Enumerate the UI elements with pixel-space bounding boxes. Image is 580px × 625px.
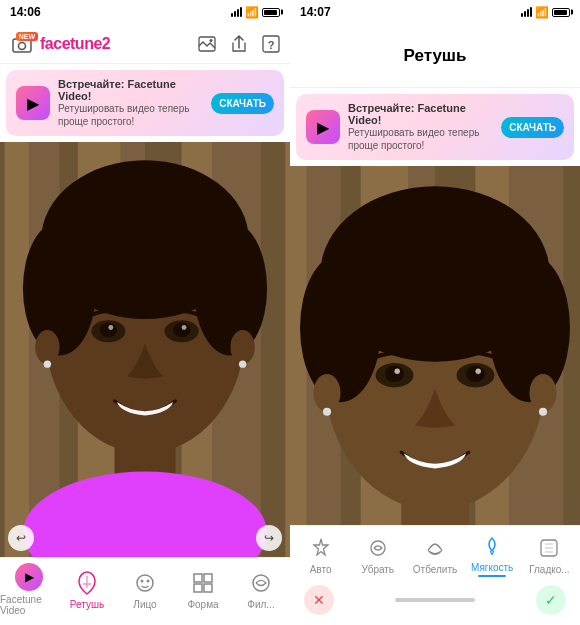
logo: facetune2 xyxy=(40,35,110,53)
svg-point-58 xyxy=(489,254,570,403)
banner-icon-left: ▶ xyxy=(16,86,50,120)
svg-rect-40 xyxy=(194,584,202,592)
svg-point-68 xyxy=(530,374,557,412)
svg-point-34 xyxy=(239,360,246,367)
tool-label-softness: Мягкость xyxy=(471,562,513,573)
camera-button[interactable]: NEW xyxy=(8,30,36,58)
new-badge: NEW xyxy=(16,32,38,41)
svg-point-63 xyxy=(385,366,404,382)
svg-point-64 xyxy=(466,366,485,382)
help-icon[interactable]: ? xyxy=(260,33,282,55)
svg-rect-9 xyxy=(5,142,29,557)
cancel-button[interactable]: ✕ xyxy=(304,585,334,615)
photo-controls-left: ↩ ↪ xyxy=(0,525,290,551)
right-title-bar: Ретушь xyxy=(290,24,580,88)
whiten-icon xyxy=(421,534,449,562)
status-bar-right: 14:07 📶 xyxy=(290,0,580,24)
banner-right: ▶ Встречайте: Facetune Video! Ретуширова… xyxy=(296,94,574,160)
svg-point-69 xyxy=(323,408,331,416)
signal-icon xyxy=(231,7,242,17)
banner-title-right: Встречайте: Facetune Video! xyxy=(348,102,493,126)
left-panel: 14:06 📶 NEW face xyxy=(0,0,290,625)
top-nav-right-group: ? xyxy=(196,33,282,55)
banner-left: ▶ Встречайте: Facetune Video! Ретуширова… xyxy=(6,70,284,136)
banner-title-left: Встречайте: Facetune Video! xyxy=(58,78,203,102)
svg-point-67 xyxy=(314,374,341,412)
svg-point-29 xyxy=(108,325,113,330)
banner-subtitle-right: Ретушировать видео теперь проще простого… xyxy=(348,126,493,152)
smooth-icon xyxy=(535,534,563,562)
tool-softness[interactable]: Мягкость xyxy=(464,532,521,577)
svg-point-27 xyxy=(100,323,117,338)
image-icon[interactable] xyxy=(196,33,218,55)
nav-item-facetune-video[interactable]: ▶ Facetune Video xyxy=(0,563,58,620)
svg-point-66 xyxy=(476,369,481,374)
banner-btn-left[interactable]: СКАЧАТЬ xyxy=(211,93,274,114)
banner-btn-right[interactable]: СКАЧАТЬ xyxy=(501,117,564,138)
svg-rect-17 xyxy=(261,142,285,557)
time-left: 14:06 xyxy=(10,5,41,19)
tool-label-whiten: Отбелить xyxy=(413,564,457,575)
svg-point-21 xyxy=(23,221,96,355)
status-icons-left: 📶 xyxy=(231,6,280,19)
svg-point-33 xyxy=(44,360,51,367)
tool-label-remove: Убрать xyxy=(362,564,395,575)
svg-point-57 xyxy=(300,254,381,403)
nav-item-filter[interactable]: Фил... xyxy=(232,570,290,614)
svg-point-35 xyxy=(137,575,153,591)
svg-point-1 xyxy=(19,42,26,49)
nav-label-filter: Фил... xyxy=(247,599,274,610)
svg-point-4 xyxy=(210,39,213,42)
bottom-nav-left: ▶ Facetune Video Ретушь Л xyxy=(0,557,290,625)
nav-label-retouch: Ретушь xyxy=(70,599,104,610)
confirm-button[interactable]: ✓ xyxy=(536,585,566,615)
signal-icon-right xyxy=(521,7,532,17)
tools-row: Авто Убрать xyxy=(290,525,580,579)
tool-smooth[interactable]: Гладко... xyxy=(521,534,578,575)
svg-text:?: ? xyxy=(268,39,275,51)
right-title: Ретушь xyxy=(404,46,467,66)
redo-button-left[interactable]: ↪ xyxy=(256,525,282,551)
right-tools: Авто Убрать xyxy=(290,525,580,625)
tool-remove[interactable]: Убрать xyxy=(349,534,406,575)
home-indicator xyxy=(395,598,475,602)
banner-text-left: Встречайте: Facetune Video! Ретушировать… xyxy=(58,78,203,128)
nav-label-facetune-video: Facetune Video xyxy=(0,594,58,616)
nav-item-shape[interactable]: Форма xyxy=(174,570,232,614)
tool-whiten[interactable]: Отбелить xyxy=(406,534,463,575)
battery-icon xyxy=(262,8,280,17)
nav-item-retouch[interactable]: Ретушь xyxy=(58,570,116,614)
banner-subtitle-left: Ретушировать видео теперь проще простого… xyxy=(58,102,203,128)
undo-button-left[interactable]: ↩ xyxy=(8,525,34,551)
svg-point-31 xyxy=(35,330,59,364)
share-icon[interactable] xyxy=(228,33,250,55)
battery-icon-right xyxy=(552,8,570,17)
tool-auto[interactable]: Авто xyxy=(292,534,349,575)
svg-point-65 xyxy=(395,369,400,374)
tool-label-auto: Авто xyxy=(310,564,332,575)
svg-point-32 xyxy=(230,330,254,364)
banner-text-right: Встречайте: Facetune Video! Ретушировать… xyxy=(348,102,493,152)
svg-rect-8 xyxy=(0,142,5,557)
remove-icon xyxy=(364,534,392,562)
face-icon xyxy=(132,570,158,596)
svg-point-70 xyxy=(539,408,547,416)
tool-label-smooth: Гладко... xyxy=(529,564,569,575)
wifi-icon: 📶 xyxy=(245,6,259,19)
auto-icon xyxy=(307,534,335,562)
nav-item-face[interactable]: Лицо xyxy=(116,570,174,614)
svg-rect-38 xyxy=(194,574,202,582)
svg-point-36 xyxy=(141,579,144,582)
wifi-icon-right: 📶 xyxy=(535,6,549,19)
facetune-video-icon: ▶ xyxy=(15,563,43,591)
softness-icon xyxy=(478,532,506,560)
action-row: ✕ ✓ xyxy=(290,579,580,625)
svg-point-30 xyxy=(182,325,187,330)
svg-point-37 xyxy=(147,579,150,582)
status-bar-left: 14:06 📶 xyxy=(0,0,290,24)
nav-label-face: Лицо xyxy=(133,599,156,610)
tool-active-indicator xyxy=(478,575,506,577)
photo-area-left: ↩ ↪ xyxy=(0,142,290,557)
filter-icon xyxy=(248,570,274,596)
banner-icon-right: ▶ xyxy=(306,110,340,144)
